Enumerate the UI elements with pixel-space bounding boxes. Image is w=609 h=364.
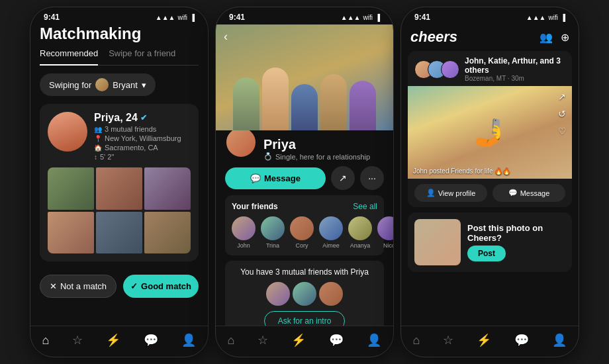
- photo-grid: [48, 167, 191, 253]
- friend-avatar: [290, 216, 314, 240]
- repost-icon[interactable]: ↺: [558, 109, 567, 119]
- post-actions-right: ↗ ↺ ♡: [558, 91, 567, 136]
- profile2-name-block: Priya 💍 Single, here for a relationship: [263, 137, 370, 161]
- post-meta: John, Katie, Arthur, and 3 others Bozema…: [408, 51, 572, 86]
- nav-home-icon[interactable]: ⌂: [42, 334, 50, 347]
- post-photo: 🤳 ↗ ↺ ♡ John posted Friends for life 🔥🔥: [408, 86, 572, 179]
- friend-item: Cory: [290, 216, 314, 249]
- message-button[interactable]: 💬 Message: [225, 167, 326, 189]
- nav-chat-icon[interactable]: 💬: [144, 333, 158, 347]
- like-icon[interactable]: ♡: [558, 126, 567, 136]
- battery-icon-3: ▐: [561, 14, 565, 21]
- nav-star-icon[interactable]: ☆: [72, 333, 83, 347]
- cheers-post-info: Post this photo on Cheers? Post: [467, 223, 565, 261]
- friends-title: Your friends: [232, 202, 278, 211]
- share-button[interactable]: ↗: [331, 166, 355, 190]
- friend-avatar: [232, 216, 256, 240]
- friend-item: Nico: [377, 216, 393, 249]
- nav-profile-icon[interactable]: 👤: [181, 333, 196, 347]
- location2: 🏠 Sacramento, CA: [94, 144, 191, 152]
- friend-name: Nico: [383, 242, 393, 249]
- mutual-avatar: [293, 282, 316, 306]
- cheers-post-title: Post this photo on Cheers?: [467, 223, 565, 243]
- profile2-section: Priya 💍 Single, here for a relationship …: [216, 130, 393, 326]
- hero-figure: [320, 74, 347, 130]
- mutual-friends: 👥 3 mutual friends: [94, 125, 191, 133]
- nav-lightning-icon[interactable]: ⚡: [106, 333, 120, 347]
- cheers-post-photo: [414, 219, 461, 265]
- x-icon: ✕: [50, 281, 57, 291]
- selfie-image: 🤳: [408, 86, 572, 179]
- nav-lightning-icon-3[interactable]: ⚡: [477, 333, 491, 347]
- friends-section: Your friends See all John Trina: [225, 195, 384, 255]
- profile-meta: 👥 3 mutual friends 📍 New York, Williamsb…: [94, 125, 191, 161]
- friends-icon: 👥: [94, 126, 102, 133]
- page-title: Matchmaking: [40, 24, 199, 43]
- nav-chat-icon-3[interactable]: 💬: [514, 333, 529, 347]
- location1: 📍 New York, Williamsburg: [94, 134, 191, 142]
- phones-container: 9:41 ▲▲▲ wifi ▐ Matchmaking Recommended …: [23, 0, 586, 364]
- tab-swipe-for-friend[interactable]: Swipe for a friend: [109, 48, 175, 61]
- status-time-1: 9:41: [44, 13, 60, 22]
- bottom-nav-1: ⌂ ☆ ⚡ 💬 👤: [30, 326, 208, 357]
- mutual-avatar: [266, 282, 290, 306]
- status-bar-2: 9:41 ▲▲▲ wifi ▐: [216, 7, 393, 24]
- hero-figure: [350, 81, 376, 130]
- add-friend-icon[interactable]: 👥: [539, 31, 553, 44]
- nav-profile-icon-3[interactable]: 👤: [552, 333, 567, 347]
- nav-lightning-icon-2[interactable]: ⚡: [291, 333, 306, 347]
- post-button[interactable]: Post: [467, 246, 506, 261]
- back-button[interactable]: ‹: [224, 30, 228, 44]
- phone-profile: 9:41 ▲▲▲ wifi ▐ ‹ Priya: [215, 7, 394, 357]
- message-icon: 💬: [250, 173, 261, 183]
- more-button[interactable]: ···: [360, 166, 384, 190]
- nav-home-icon-3[interactable]: ⌂: [413, 334, 420, 347]
- bottom-nav-2: ⌂ ☆ ⚡ 💬 👤: [216, 326, 393, 357]
- bottom-nav-3: ⌂ ☆ ⚡ 💬 👤: [401, 326, 579, 357]
- group-avatar: [414, 60, 459, 79]
- friend-name: Aimee: [322, 242, 340, 249]
- battery-icon-2: ▐: [375, 14, 380, 21]
- nav-star-icon-2[interactable]: ☆: [258, 333, 268, 347]
- wifi-icon-2: wifi: [363, 14, 372, 21]
- good-match-button[interactable]: ✓ Good match: [123, 275, 199, 298]
- status-bar-3: 9:41 ▲▲▲ wifi ▐: [401, 7, 579, 24]
- hero-figure: [262, 68, 289, 130]
- check-icon: ✓: [130, 281, 138, 291]
- see-all-friends[interactable]: See all: [353, 202, 377, 211]
- cheers-logo: cheers: [410, 28, 457, 46]
- view-profile-button[interactable]: 👤 View profile: [414, 184, 487, 202]
- share-icon[interactable]: ↗: [558, 91, 567, 102]
- cheers-header-icons: 👥 ⊕: [539, 31, 569, 44]
- tab-recommended[interactable]: Recommended: [40, 48, 98, 66]
- post-name-block: John, Katie, Arthur, and 3 others Bozema…: [465, 56, 565, 82]
- ask-intro-button[interactable]: Ask for an intro: [264, 311, 346, 326]
- home-icon: 🏠: [94, 144, 102, 152]
- add-post-icon[interactable]: ⊕: [561, 31, 569, 44]
- nav-chat-icon-2[interactable]: 💬: [329, 333, 344, 347]
- message-button-2[interactable]: 💬 Message: [492, 184, 565, 202]
- status-time-2: 9:41: [229, 13, 245, 22]
- nav-star-icon-3[interactable]: ☆: [443, 333, 453, 347]
- action-buttons: ✕ Not a match ✓ Good match: [40, 275, 199, 298]
- status-time-3: 9:41: [414, 13, 430, 22]
- friend-name: Trina: [266, 242, 279, 249]
- nav-profile-icon-2[interactable]: 👤: [367, 333, 381, 347]
- friend-item: Trina: [261, 216, 285, 249]
- height-icon: ↕: [94, 154, 97, 161]
- not-match-button[interactable]: ✕ Not a match: [40, 275, 117, 298]
- mutual-section: You have 3 mutual friends with Priya Ask…: [225, 261, 384, 326]
- mutual-text: You have 3 mutual friends with Priya: [232, 267, 377, 277]
- friend-name: Cory: [295, 242, 308, 249]
- swiping-selector[interactable]: Swiping for Bryant ▾: [40, 73, 156, 96]
- avatar-image: [48, 112, 87, 152]
- tab-bar: Recommended Swipe for a friend: [40, 48, 199, 66]
- phone1-content: Matchmaking Recommended Swipe for a frie…: [30, 24, 208, 326]
- profile-info: Priya, 24 ✔ 👥 3 mutual friends 📍 New Yor…: [94, 112, 191, 161]
- friend-name: Bryant: [113, 80, 138, 90]
- signal-icon: ▲▲▲: [156, 14, 175, 21]
- status-bar-1: 9:41 ▲▲▲ wifi ▐: [30, 7, 208, 24]
- photo-cell: [144, 212, 191, 254]
- ring-icon: 💍: [263, 152, 273, 161]
- nav-home-icon-2[interactable]: ⌂: [228, 334, 235, 347]
